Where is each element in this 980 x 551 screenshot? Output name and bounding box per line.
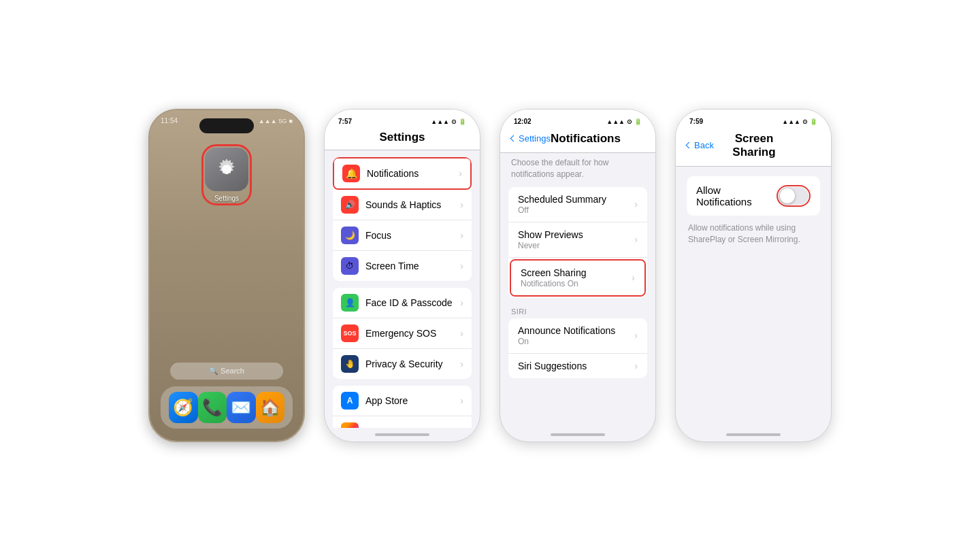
screentime-icon: ⏱ (341, 257, 359, 275)
settings-nav-bar: Settings (325, 128, 480, 150)
home-indicator-3 (551, 433, 605, 436)
allow-notifications-label: Allow Notifications (696, 184, 777, 207)
screen-sharing-status-right: ▲▲▲ ⊙ 🔋 (782, 118, 817, 125)
notifications-back[interactable]: Settings (511, 133, 551, 144)
settings-row-faceid[interactable]: 👤 Face ID & Passcode › (333, 288, 472, 318)
appstore-label: App Store (365, 395, 457, 406)
signal-icon: ▲▲▲ (259, 118, 277, 124)
notifications-status-bar: 12:02 ▲▲▲ ⊙ 🔋 (500, 110, 655, 128)
announce-notifications-title: Announce Notifications (518, 325, 634, 336)
notifications-nav-bar: Settings Notifications (500, 128, 655, 153)
settings-row-sos[interactable]: SOS Emergency SOS › (333, 318, 472, 349)
sounds-chevron: › (460, 199, 463, 210)
faceid-chevron: › (460, 297, 463, 308)
focus-label: Focus (365, 230, 457, 241)
privacy-chevron: › (460, 358, 463, 369)
screenshots-container: 11:54 ▲▲▲ 5G ■ Settings 🔍 Search (135, 95, 845, 456)
notifications-description: Choose the default for how notifications… (500, 153, 655, 187)
notifications-time: 12:02 (514, 118, 532, 125)
dock-home[interactable]: 🏠 (256, 392, 285, 423)
dynamic-island (199, 118, 254, 133)
announce-notifications-sub: On (518, 337, 634, 346)
wifi-icon-3: ⊙ (627, 118, 632, 125)
screen-sharing-sub: Notifications On (521, 279, 632, 288)
back-label: Settings (519, 133, 551, 144)
back-label-4: Back (694, 140, 714, 150)
scheduled-summary-text: Scheduled Summary Off (518, 194, 634, 215)
allow-notifications-toggle[interactable] (779, 187, 808, 205)
show-previews-title: Show Previews (518, 229, 634, 240)
signal-bars-4: ▲▲▲ (782, 118, 800, 125)
battery-indicator: 🔋 (459, 118, 466, 125)
gamecenter-label: Game Center (365, 426, 457, 428)
settings-scroll[interactable]: 🔔 Notifications › 🔊 Sounds & Haptics › 🌙… (325, 150, 480, 428)
settings-app-label: Settings (205, 195, 248, 202)
dock: 🧭 📞 ✉️ 🏠 (161, 386, 293, 429)
settings-app-wrapper[interactable]: Settings (205, 148, 248, 202)
settings-status-right: ▲▲▲ ⊙ 🔋 (431, 118, 466, 125)
dock-safari[interactable]: 🧭 (169, 392, 198, 423)
show-previews-chevron: › (634, 234, 638, 245)
settings-group-2: 👤 Face ID & Passcode › SOS Emergency SOS… (333, 288, 472, 379)
faceid-label: Face ID & Passcode (365, 297, 457, 308)
settings-row-sounds[interactable]: 🔊 Sounds & Haptics › (333, 190, 472, 220)
settings-nav-title: Settings (336, 131, 469, 144)
sounds-label: Sounds & Haptics (365, 199, 457, 210)
show-previews-sub: Never (518, 241, 634, 250)
dock-mail[interactable]: ✉️ (227, 392, 256, 423)
row-screen-sharing[interactable]: Screen Sharing Notifications On › (511, 261, 644, 295)
row-siri-suggestions[interactable]: Siri Suggestions › (508, 354, 647, 378)
privacy-label: Privacy & Security (365, 358, 457, 369)
siri-suggestions-text: Siri Suggestions (518, 361, 634, 371)
siri-group: Announce Notifications On › Siri Suggest… (508, 318, 647, 378)
allow-notifications-row: Allow Notifications (687, 176, 820, 216)
screen-sharing-content: Allow Notifications Allow notifications … (676, 167, 831, 255)
siri-suggestions-chevron: › (634, 361, 638, 371)
row-scheduled-summary[interactable]: Scheduled Summary Off › (508, 187, 647, 222)
screen-sharing-chevron: › (632, 272, 635, 283)
row-announce-notifications[interactable]: Announce Notifications On › (508, 318, 647, 354)
screen-sharing-title: Screen Sharing (714, 132, 794, 159)
wifi-icon-4: ⊙ (802, 118, 808, 125)
siri-section-label: SIRI (500, 298, 655, 318)
notifications-label: Notifications (367, 168, 456, 179)
signal-bars-3: ▲▲▲ (606, 118, 625, 125)
settings-row-screentime[interactable]: ⏱ Screen Time › (333, 251, 472, 281)
home-indicator-4 (726, 433, 781, 436)
notifications-nav-row: Settings Notifications (511, 131, 644, 147)
settings-app-icon[interactable] (205, 148, 248, 191)
screen-sharing-back[interactable]: Back (687, 140, 714, 150)
search-bar[interactable]: 🔍 Search (170, 363, 283, 380)
notifications-status-right: ▲▲▲ ⊙ 🔋 (606, 118, 642, 125)
row-show-previews[interactable]: Show Previews Never › (508, 222, 647, 258)
toggle-knob (780, 188, 795, 203)
scheduled-summary-sub: Off (518, 205, 634, 215)
notifications-panel: 12:02 ▲▲▲ ⊙ 🔋 Settings Notifications Cho… (500, 109, 656, 442)
focus-icon: 🌙 (341, 227, 359, 244)
settings-gear-icon (213, 156, 240, 183)
home-indicator-2 (375, 433, 429, 436)
battery-4: 🔋 (810, 118, 817, 125)
settings-row-privacy[interactable]: 🤚 Privacy & Security › (333, 349, 472, 379)
wifi-icon: ⊙ (451, 118, 457, 125)
network-type: 5G (279, 118, 287, 124)
allow-notifications-desc: Allow notifications while using SharePla… (687, 222, 820, 246)
settings-row-gamecenter[interactable]: 🎮 Game Center › (333, 416, 472, 428)
sos-chevron: › (460, 328, 463, 339)
settings-row-appstore[interactable]: A App Store › (333, 386, 472, 416)
back-chevron (510, 135, 517, 141)
notifications-scroll[interactable]: Choose the default for how notifications… (500, 153, 655, 431)
settings-group-1: 🔔 Notifications › 🔊 Sounds & Haptics › 🌙… (333, 157, 472, 281)
dock-phone[interactable]: 📞 (198, 392, 227, 423)
notifications-highlight: 🔔 Notifications › (333, 157, 472, 190)
announce-notifications-text: Announce Notifications On (518, 325, 634, 346)
settings-row-notifications[interactable]: 🔔 Notifications › (334, 158, 470, 188)
scheduled-summary-title: Scheduled Summary (518, 194, 634, 205)
settings-group-3: A App Store › 🎮 Game Center › ☁️ iCloud … (333, 386, 472, 428)
sounds-icon: 🔊 (341, 196, 359, 214)
back-chevron-4 (686, 141, 693, 148)
settings-row-focus[interactable]: 🌙 Focus › (333, 220, 472, 251)
screentime-label: Screen Time (365, 261, 457, 271)
search-placeholder: 🔍 Search (209, 367, 244, 375)
screen-sharing-nav-row: Back Screen Sharing (687, 131, 820, 161)
